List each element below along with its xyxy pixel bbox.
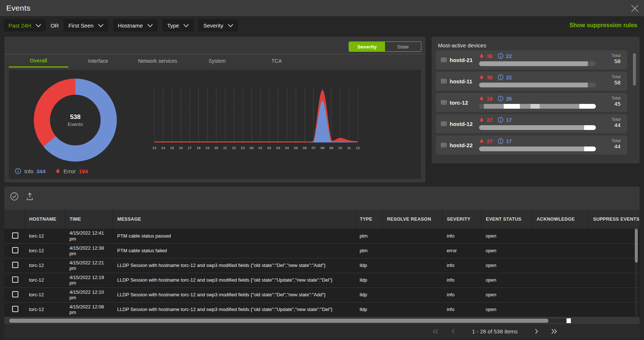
scrollbar-end-box[interactable] [566,318,571,323]
table-row[interactable]: torc-12 4/15/2022 12:19 pm LLDP Session … [4,273,640,287]
toggle-state[interactable]: State [385,42,421,51]
time-range-dropdown[interactable]: Past 24H [4,19,46,32]
row-checkbox[interactable] [12,232,18,239]
x-tick-label: 15 [170,146,174,150]
tab-overall[interactable]: Overall [9,54,68,68]
filter-dropdown-severity[interactable]: Severity [198,19,238,32]
flame-icon [479,53,484,59]
device-info-count: 17 [506,138,512,144]
tab-tca[interactable]: TCA [247,54,306,68]
x-tick-label: 05 [294,146,298,150]
x-tick-label: 21 [223,146,227,150]
column-header-hostname[interactable]: HOSTNAME [25,210,65,229]
most-active-devices-panel: Most-active devices hostd-21 36 22 Total… [432,37,640,163]
cell-hostname: torc-12 [25,302,65,317]
cell-suppress-events [589,302,640,317]
column-header-acknowledge[interactable]: ACKNOWLEDGE [532,210,589,229]
table-horizontal-scrollbar-thumb[interactable] [9,319,548,323]
device-card-torc-12[interactable]: torc-12 19 26 Total 45 [436,93,627,112]
column-header-time[interactable]: TIME [65,210,113,229]
row-checkbox[interactable] [12,306,18,312]
table-header-row: HOSTNAMETIMEMESSAGETYPERESOLVE REASONSEV… [4,210,640,229]
x-tick-label: 02 [267,146,271,150]
x-tick-label: 20 [214,146,218,150]
device-activity-bar [479,147,596,151]
cell-severity: info [442,229,481,243]
cell-time: 4/15/2022 12:38 pm [65,243,113,258]
row-checkbox[interactable] [12,276,18,283]
x-tick-label: 04 [285,146,289,150]
export-icon[interactable] [25,192,35,201]
column-header-resolve-reason[interactable]: RESOLVE REASON [382,210,442,229]
cell-suppress-events [589,229,640,243]
close-icon[interactable] [630,4,639,13]
cell-resolve-reason [382,273,442,287]
cell-acknowledge [532,243,589,258]
chevron-down-icon [147,24,153,27]
device-name: hostd-22 [450,142,473,148]
pagination-label: 1 - 28 of 538 items [472,328,518,334]
x-tick-label: 19 [205,146,209,150]
filter-dropdown-type[interactable]: Type [162,19,194,32]
cell-event-status: open [481,229,532,243]
device-activity-bar [479,61,596,66]
row-checkbox[interactable] [12,247,18,253]
acknowledge-check-icon[interactable] [10,192,19,201]
cell-event-status: open [481,302,532,317]
device-card-hostd-12[interactable]: hostd-12 27 17 Total 44 [436,114,627,133]
table-row[interactable]: torc-12 4/15/2022 12:38 pm PTM cable sta… [4,243,640,258]
show-suppression-rules-link[interactable]: Show suppression rules [569,22,637,29]
tab-system[interactable]: System [187,54,247,68]
column-header-checkbox[interactable] [4,210,25,229]
first-page-icon[interactable] [432,328,440,334]
info-icon [497,117,504,123]
device-activity-bar [479,104,596,109]
device-name: hostd-21 [450,57,473,63]
column-header-severity[interactable]: SEVERITY [442,210,481,229]
cell-time: 4/15/2022 12:08 pm [65,302,113,317]
info-icon [497,74,504,80]
bar-segment [584,147,596,151]
filter-dropdown-first-seen[interactable]: First Seen [64,19,108,32]
next-page-icon[interactable] [532,328,540,334]
device-name: torc-12 [450,100,468,106]
device-total-value: 44 [612,143,620,150]
table-row[interactable]: torc-12 4/15/2022 12:10 pm LLDP Session … [4,287,640,302]
device-card-hostd-21[interactable]: hostd-21 36 22 Total 58 [436,50,627,69]
device-icon [441,142,447,148]
last-page-icon[interactable] [550,328,558,334]
column-header-suppress-events[interactable]: SUPPRESS EVENTS [589,210,640,229]
tab-network-services[interactable]: Network services [128,54,187,68]
cell-resolve-reason [382,243,442,258]
cell-time: 4/15/2022 12:10 pm [65,287,113,302]
info-area [154,101,358,142]
flame-icon [479,96,484,101]
toggle-severity[interactable]: Severity [349,42,385,51]
column-header-message[interactable]: MESSAGE [113,210,355,229]
row-checkbox[interactable] [12,262,18,268]
info-icon [497,95,504,102]
prev-page-icon[interactable] [449,328,457,334]
table-row[interactable]: torc-12 4/15/2022 12:08 pm LLDP Session … [4,302,640,317]
row-checkbox[interactable] [12,291,18,297]
column-header-type[interactable]: TYPE [355,210,382,229]
legend-item-error: Error 194 [55,168,88,174]
table-row[interactable]: torc-12 4/15/2022 12:41 pm PTM cable sta… [4,229,640,243]
filter-dropdown-hostname[interactable]: Hostname [113,19,158,32]
cell-severity: info [442,258,481,273]
cell-acknowledge [532,287,589,302]
severity-state-toggle: Severity State [349,41,421,52]
table-vertical-scrollbar-thumb[interactable] [635,229,638,263]
device-card-hostd-11[interactable]: hostd-11 36 22 Total 58 [436,72,627,91]
device-card-hostd-22[interactable]: hostd-22 27 17 Total 44 [436,135,627,155]
cell-resolve-reason [382,258,442,273]
table-row[interactable]: torc-12 4/15/2022 12:21 pm LLDP Session … [4,258,640,273]
device-icon [441,79,447,84]
devices-scrollbar[interactable] [633,53,636,86]
bar-segment [584,125,596,130]
table-horizontal-scrollbar[interactable] [9,319,572,323]
flame-icon [55,168,61,174]
legend-item-info: Info 344 [15,168,46,174]
column-header-event-status[interactable]: EVENT STATUS [481,210,532,229]
tab-interface[interactable]: Interface [68,54,128,68]
